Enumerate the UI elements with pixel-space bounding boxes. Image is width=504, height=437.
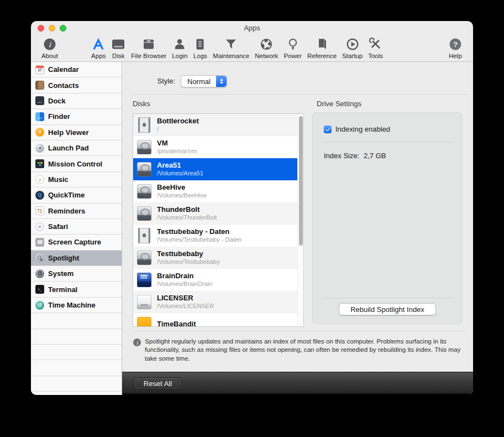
toolbar-label: Logs — [193, 53, 207, 59]
sidebar-item-terminal[interactable]: Terminal — [31, 282, 122, 297]
question-circle-icon: ? — [448, 35, 463, 53]
sidebar-item-reminders[interactable]: Reminders — [31, 204, 122, 219]
quicktime-icon — [35, 191, 44, 200]
toolbar-label: Login — [172, 53, 187, 59]
index-size-label: Index Size: — [324, 152, 359, 160]
reset-all-button[interactable]: Reset All — [134, 377, 182, 389]
hard-drive-icon — [136, 183, 153, 200]
toolbar-item-tools[interactable]: Tools — [365, 35, 386, 59]
sidebar-empty-row — [31, 313, 122, 329]
toolbar-item-power[interactable]: Power — [281, 35, 305, 59]
dock-icon — [35, 96, 44, 105]
disk-row[interactable]: TimeBandit — [133, 313, 297, 326]
sidebar-item-launch-pad[interactable]: Launch Pad — [31, 141, 122, 156]
disk-row[interactable]: LICENSER/Volumes/LICENSER — [133, 291, 297, 313]
toolbar-label: About — [41, 53, 58, 59]
rebuild-spotlight-index-button[interactable]: Rebuild Spotlight Index — [339, 303, 436, 315]
disk-row[interactable]: ThunderBolt/Volumes/ThunderBolt — [133, 202, 297, 225]
launchpad-icon — [35, 144, 44, 153]
scrollbar-thumb[interactable] — [299, 116, 303, 246]
disk-row-selected[interactable]: Area51/Volumes/Area51 — [133, 158, 297, 180]
toolbar-label: Reference — [307, 53, 337, 59]
drive-settings-panel: Indexing enabled Index Size: 2,7 GB Rebu… — [312, 112, 462, 324]
mac-tower-icon — [136, 227, 153, 244]
disk-row[interactable]: VM/private/var/vm — [133, 136, 297, 158]
play-circle-icon — [345, 35, 360, 53]
style-label: Style: — [122, 77, 175, 85]
toolbar-item-startup[interactable]: Startup — [339, 35, 365, 59]
style-select[interactable]: Normal — [181, 75, 227, 87]
sidebar-item-help-viewer[interactable]: Help Viewer — [31, 125, 122, 141]
toolbar-item-about[interactable]: i About — [39, 35, 61, 59]
toolbar-label: Power — [284, 53, 302, 59]
toolbar-item-reference[interactable]: Reference — [305, 35, 339, 59]
disk-drive-icon — [111, 35, 125, 53]
divider — [324, 298, 450, 298]
bottom-bar: Reset All — [122, 372, 473, 395]
disks-label: Disks — [133, 100, 150, 108]
disk-row[interactable]: BrainDrain/Volumes/BrainDrain — [133, 269, 297, 291]
divider — [133, 331, 468, 331]
globe-icon — [259, 35, 274, 53]
disk-list: Bottlerocket/ VM/private/var/vm Area51/V… — [133, 113, 304, 327]
toolbar-label: Startup — [342, 53, 363, 59]
disk-row[interactable]: Bottlerocket/ — [133, 114, 297, 136]
disk-row[interactable]: BeeHive/Volumes/BeeHive — [133, 180, 297, 202]
toolbar-item-file-browser[interactable]: File Browser — [128, 35, 169, 59]
screen-capture-icon — [35, 238, 44, 247]
sidebar-item-time-machine[interactable]: Time Machine — [31, 298, 122, 313]
terminal-icon — [35, 285, 44, 294]
divider — [324, 142, 450, 142]
sidebar-empty-row — [31, 345, 122, 360]
hard-drive-icon — [136, 205, 153, 222]
time-machine-icon — [35, 301, 44, 310]
svg-text:?: ? — [453, 40, 458, 49]
apps-pane: Style: Normal Disks Drive Settings Bottl… — [122, 62, 473, 372]
stepper-chevrons-icon — [216, 76, 227, 87]
spotlight-note: Spotlight regularly updates and maintain… — [145, 337, 464, 362]
index-size-value: 2,7 GB — [364, 152, 386, 160]
sidebar-item-music[interactable]: Music — [31, 172, 122, 188]
sidebar: Calendar Contacts Dock Finder Help Viewe… — [31, 62, 122, 395]
toolbar-item-logs[interactable]: Logs — [190, 35, 210, 59]
divider — [133, 94, 468, 95]
indexing-label: Indexing enabled — [335, 125, 390, 133]
title-bar: Apps — [31, 21, 473, 34]
external-drive-icon — [136, 272, 153, 288]
sidebar-item-screen-capture[interactable]: Screen Capture — [31, 235, 122, 250]
scrollbar-track[interactable] — [297, 114, 303, 326]
sidebar-item-spotlight[interactable]: Spotlight — [31, 251, 122, 266]
person-icon — [172, 35, 187, 53]
sidebar-item-finder[interactable]: Finder — [31, 109, 122, 124]
book-icon — [315, 35, 329, 53]
crossed-tools-icon — [369, 35, 383, 53]
spotlight-icon — [35, 253, 44, 262]
toolbar-item-network[interactable]: Network — [252, 35, 281, 59]
toolbar-item-disk[interactable]: Disk — [108, 35, 128, 59]
indexing-checkbox[interactable] — [324, 126, 332, 133]
lightbulb-icon — [286, 35, 300, 53]
window-title: Apps — [31, 24, 473, 32]
app-store-a-icon — [91, 35, 106, 53]
sidebar-empty-row — [31, 376, 122, 392]
sidebar-item-dock[interactable]: Dock — [31, 93, 122, 109]
white-drive-icon — [136, 294, 153, 310]
disk-row[interactable]: Testtubebaby/Volumes/Testtubebaby — [133, 247, 297, 269]
toolbar-item-apps[interactable]: Apps — [88, 35, 108, 59]
reminders-icon — [35, 206, 44, 215]
sidebar-item-quicktime[interactable]: QuickTime — [31, 188, 122, 203]
sidebar-item-contacts[interactable]: Contacts — [31, 77, 122, 93]
hard-drive-icon — [136, 139, 153, 155]
sidebar-item-calendar[interactable]: Calendar — [31, 62, 122, 77]
toolbar: i About Apps Disk File Browser — [31, 34, 473, 62]
toolbar-item-login[interactable]: Login — [169, 35, 190, 59]
sidebar-item-mission-control[interactable]: Mission Control — [31, 156, 122, 171]
toolbar-item-maintenance[interactable]: Maintenance — [210, 35, 252, 59]
disk-row[interactable]: Testtubebaby - Daten/Volumes/Testtubebab… — [133, 225, 297, 247]
sidebar-item-safari[interactable]: Safari — [31, 219, 122, 235]
sidebar-item-system[interactable]: System — [31, 266, 122, 282]
hard-drive-icon — [136, 161, 153, 178]
contacts-icon — [35, 81, 44, 90]
storage-box-icon — [141, 35, 156, 53]
toolbar-item-help[interactable]: ? Help — [445, 35, 465, 59]
